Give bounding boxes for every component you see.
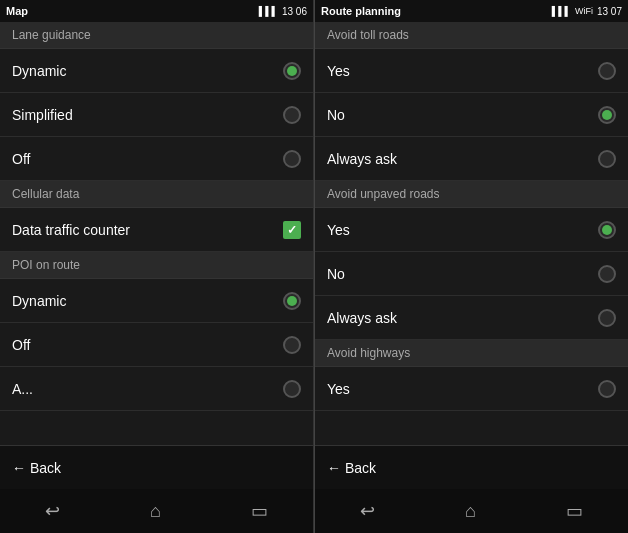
left-signal-icon: ▌▌▌ bbox=[259, 6, 278, 16]
highway-yes-label: Yes bbox=[327, 381, 350, 397]
unpaved-header: Avoid unpaved roads bbox=[315, 181, 628, 208]
lane-off-label: Off bbox=[12, 151, 30, 167]
poi-off-item[interactable]: Off bbox=[0, 323, 313, 367]
unpaved-no-label: No bbox=[327, 266, 345, 282]
left-back-nav-icon[interactable]: ↩ bbox=[45, 500, 60, 522]
data-traffic-checkbox[interactable]: ✓ bbox=[283, 221, 301, 239]
poi-dynamic-radio[interactable] bbox=[283, 292, 301, 310]
toll-yes-item[interactable]: Yes bbox=[315, 49, 628, 93]
right-back-button[interactable]: ← Back bbox=[327, 460, 376, 476]
lane-dynamic-label: Dynamic bbox=[12, 63, 66, 79]
data-traffic-label: Data traffic counter bbox=[12, 222, 130, 238]
highway-yes-radio[interactable] bbox=[598, 380, 616, 398]
poi-more-item[interactable]: A... bbox=[0, 367, 313, 411]
right-wifi-icon: WiFi bbox=[575, 6, 593, 16]
toll-roads-header: Avoid toll roads bbox=[315, 22, 628, 49]
right-nav-bar: ↩ ⌂ ▭ bbox=[315, 489, 628, 533]
poi-more-radio[interactable] bbox=[283, 380, 301, 398]
lane-simplified-item[interactable]: Simplified bbox=[0, 93, 313, 137]
right-recents-icon[interactable]: ▭ bbox=[566, 500, 583, 522]
left-back-label: ← Back bbox=[12, 460, 61, 476]
unpaved-yes-radio[interactable] bbox=[598, 221, 616, 239]
left-back-button[interactable]: ← Back bbox=[12, 460, 61, 476]
data-traffic-item[interactable]: Data traffic counter ✓ bbox=[0, 208, 313, 252]
toll-ask-item[interactable]: Always ask bbox=[315, 137, 628, 181]
toll-yes-radio[interactable] bbox=[598, 62, 616, 80]
cellular-header: Cellular data bbox=[0, 181, 313, 208]
lane-dynamic-item[interactable]: Dynamic bbox=[0, 49, 313, 93]
left-recents-icon[interactable]: ▭ bbox=[251, 500, 268, 522]
unpaved-no-radio[interactable] bbox=[598, 265, 616, 283]
right-content: Avoid toll roads Yes No Always ask Avoid… bbox=[315, 22, 628, 445]
poi-off-label: Off bbox=[12, 337, 30, 353]
left-status-right: ▌▌▌ 13 06 bbox=[259, 6, 307, 17]
poi-dynamic-item[interactable]: Dynamic bbox=[0, 279, 313, 323]
poi-off-radio[interactable] bbox=[283, 336, 301, 354]
unpaved-no-item[interactable]: No bbox=[315, 252, 628, 296]
right-status-right: ▌▌▌ WiFi 13 07 bbox=[552, 6, 622, 17]
unpaved-yes-label: Yes bbox=[327, 222, 350, 238]
poi-more-label: A... bbox=[12, 381, 33, 397]
left-content: Lane guidance Dynamic Simplified Off Cel… bbox=[0, 22, 313, 445]
toll-ask-radio[interactable] bbox=[598, 150, 616, 168]
poi-header: POI on route bbox=[0, 252, 313, 279]
right-screen-title: Route planning bbox=[321, 5, 401, 17]
lane-dynamic-radio[interactable] bbox=[283, 62, 301, 80]
lane-simplified-radio[interactable] bbox=[283, 106, 301, 124]
toll-no-label: No bbox=[327, 107, 345, 123]
unpaved-yes-item[interactable]: Yes bbox=[315, 208, 628, 252]
left-screen: Map ▌▌▌ 13 06 Lane guidance Dynamic Simp… bbox=[0, 0, 314, 533]
left-home-icon[interactable]: ⌂ bbox=[150, 501, 161, 522]
toll-no-radio[interactable] bbox=[598, 106, 616, 124]
left-nav-bar: ↩ ⌂ ▭ bbox=[0, 489, 313, 533]
right-screen: Route planning ▌▌▌ WiFi 13 07 Avoid toll… bbox=[314, 0, 628, 533]
unpaved-ask-radio[interactable] bbox=[598, 309, 616, 327]
right-status-bar: Route planning ▌▌▌ WiFi 13 07 bbox=[315, 0, 628, 22]
right-back-nav-icon[interactable]: ↩ bbox=[360, 500, 375, 522]
toll-ask-label: Always ask bbox=[327, 151, 397, 167]
poi-dynamic-label: Dynamic bbox=[12, 293, 66, 309]
toll-yes-label: Yes bbox=[327, 63, 350, 79]
left-screen-title: Map bbox=[6, 5, 28, 17]
lane-off-radio[interactable] bbox=[283, 150, 301, 168]
right-bottom-bar: ← Back bbox=[315, 445, 628, 489]
left-status-bar: Map ▌▌▌ 13 06 bbox=[0, 0, 313, 22]
lane-simplified-label: Simplified bbox=[12, 107, 73, 123]
highways-header: Avoid highways bbox=[315, 340, 628, 367]
lane-off-item[interactable]: Off bbox=[0, 137, 313, 181]
unpaved-ask-label: Always ask bbox=[327, 310, 397, 326]
left-bottom-bar: ← Back bbox=[0, 445, 313, 489]
right-home-icon[interactable]: ⌂ bbox=[465, 501, 476, 522]
left-time: 13 06 bbox=[282, 6, 307, 17]
lane-guidance-header: Lane guidance bbox=[0, 22, 313, 49]
toll-no-item[interactable]: No bbox=[315, 93, 628, 137]
unpaved-ask-item[interactable]: Always ask bbox=[315, 296, 628, 340]
right-time: 13 07 bbox=[597, 6, 622, 17]
right-signal-icon: ▌▌▌ bbox=[552, 6, 571, 16]
highway-yes-item[interactable]: Yes bbox=[315, 367, 628, 411]
right-back-label: ← Back bbox=[327, 460, 376, 476]
